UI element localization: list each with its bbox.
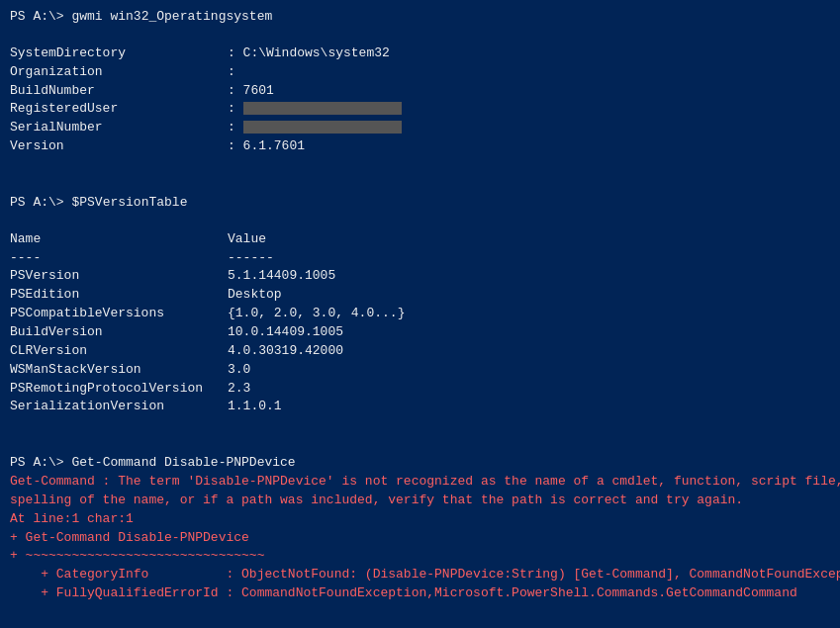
error1-section: Get-Command : The term 'Disable-PNPDevic… xyxy=(10,473,830,603)
ps-buildver: BuildVersion10.0.14409.1005 xyxy=(10,323,830,342)
ps-wsmanver: WSManStackVersion3.0 xyxy=(10,361,830,380)
error1-line3: At line:1 char:1 xyxy=(10,510,830,529)
pstable-section: NameValue ---------- PSVersion5.1.14409.… xyxy=(10,230,830,416)
error1-line2: spelling of the name, or if a path was i… xyxy=(10,492,830,510)
pstable-header: NameValue xyxy=(10,230,830,249)
terminal-window: PS A:\> gwmi win32_Operatingsystem Syste… xyxy=(10,8,830,628)
error1-line7: + FullyQualifiedErrorId : CommandNotFoun… xyxy=(10,584,830,603)
error1-line5: + ~~~~~~~~~~~~~~~~~~~~~~~~~~~~~~~ xyxy=(10,547,830,566)
error1-line6: + CategoryInfo : ObjectNotFound: (Disabl… xyxy=(10,566,830,584)
cmd1-prompt: PS A:\> gwmi win32_Operatingsystem xyxy=(10,8,830,27)
serial-line: SerialNumber: xyxy=(10,119,830,137)
redacted-user xyxy=(243,102,402,115)
ps-remotingver: PSRemotingProtocolVersion2.3 xyxy=(10,380,830,399)
version-line: Version: 6.1.7601 xyxy=(10,137,830,156)
redacted-serial xyxy=(243,121,402,134)
sysdir-line: SystemDirectory: C:\Windows\system32 xyxy=(10,45,830,63)
ps-compatver: PSCompatibleVersions{1.0, 2.0, 3.0, 4.0.… xyxy=(10,305,830,323)
ps-serializationver: SerializationVersion1.1.0.1 xyxy=(10,398,830,416)
cmd3-prompt: PS A:\> Get-Command Disable-PNPDevice xyxy=(10,454,830,473)
error1-line1: Get-Command : The term 'Disable-PNPDevic… xyxy=(10,473,830,492)
error1-line4: + Get-Command Disable-PNPDevice xyxy=(10,529,830,548)
reguser-line: RegisteredUser: xyxy=(10,100,830,119)
pstable-sep: ---------- xyxy=(10,249,830,268)
org-line: Organization: xyxy=(10,63,830,82)
build-line: BuildNumber: 7601 xyxy=(10,82,830,101)
cmd2-prompt: PS A:\> $PSVersionTable xyxy=(10,194,830,213)
ps-psversion: PSVersion5.1.14409.1005 xyxy=(10,267,830,286)
sysinfo-section: SystemDirectory: C:\Windows\system32 Org… xyxy=(10,45,830,156)
ps-clrver: CLRVersion4.0.30319.42000 xyxy=(10,342,830,361)
ps-psedition: PSEditionDesktop xyxy=(10,286,830,305)
